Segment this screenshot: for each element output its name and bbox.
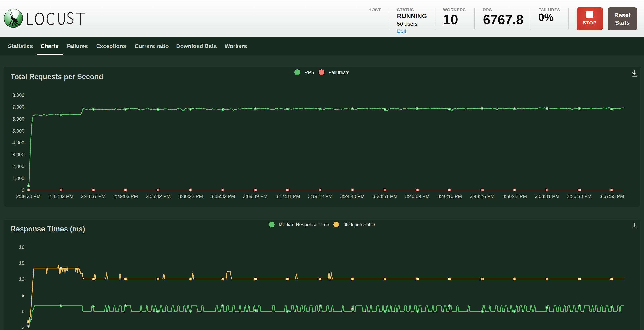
- svg-text:3: 3: [22, 324, 24, 330]
- svg-text:9: 9: [22, 292, 24, 298]
- svg-text:3:48:26 PM: 3:48:26 PM: [470, 194, 494, 199]
- svg-text:5,000: 5,000: [12, 128, 24, 134]
- svg-text:3:24:40 PM: 3:24:40 PM: [340, 194, 365, 199]
- svg-text:18: 18: [19, 244, 24, 250]
- svg-text:2:38:30 PM: 2:38:30 PM: [16, 194, 41, 199]
- svg-text:3:09:49 PM: 3:09:49 PM: [243, 194, 268, 199]
- svg-text:3:50:42 PM: 3:50:42 PM: [502, 194, 527, 199]
- svg-text:3:05:32 PM: 3:05:32 PM: [210, 194, 235, 199]
- svg-text:3:33:51 PM: 3:33:51 PM: [373, 194, 397, 199]
- svg-text:6,000: 6,000: [12, 116, 24, 122]
- svg-text:3:00:22 PM: 3:00:22 PM: [178, 194, 203, 199]
- svg-text:2:41:32 PM: 2:41:32 PM: [49, 194, 73, 199]
- svg-text:3:53:01 PM: 3:53:01 PM: [535, 194, 560, 199]
- svg-text:3:40:09 PM: 3:40:09 PM: [405, 194, 430, 199]
- svg-text:2:44:37 PM: 2:44:37 PM: [81, 194, 106, 199]
- svg-text:2,000: 2,000: [12, 164, 24, 169]
- svg-text:3:46:16 PM: 3:46:16 PM: [438, 194, 462, 199]
- svg-text:12: 12: [19, 276, 24, 282]
- svg-text:2:55:02 PM: 2:55:02 PM: [146, 194, 170, 199]
- svg-text:3,000: 3,000: [12, 152, 24, 157]
- svg-text:1,000: 1,000: [12, 176, 24, 181]
- svg-text:3:14:31 PM: 3:14:31 PM: [276, 194, 300, 199]
- svg-text:3:55:33 PM: 3:55:33 PM: [567, 194, 592, 199]
- svg-text:4,000: 4,000: [12, 140, 24, 145]
- svg-text:3:19:12 PM: 3:19:12 PM: [308, 194, 332, 199]
- svg-text:3:57:55 PM: 3:57:55 PM: [600, 194, 624, 199]
- svg-text:2:49:03 PM: 2:49:03 PM: [114, 194, 138, 199]
- svg-text:15: 15: [19, 260, 24, 266]
- svg-text:0: 0: [22, 187, 24, 193]
- svg-text:8,000: 8,000: [12, 92, 24, 98]
- svg-text:7,000: 7,000: [12, 104, 24, 110]
- svg-text:6: 6: [22, 308, 24, 314]
